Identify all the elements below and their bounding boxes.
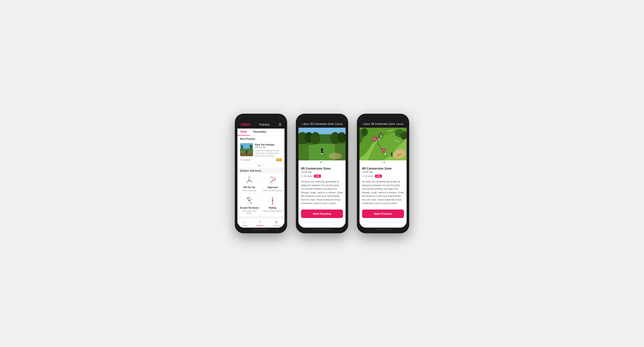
home-bar — [374, 229, 392, 230]
approach-icon — [267, 175, 278, 185]
featured-favourite-icon[interactable]: ☆ — [280, 143, 282, 146]
skill-desc-ott: Power accuracy — [242, 189, 256, 192]
drill-description: 20 shots are randomly generated at dista… — [362, 180, 404, 205]
start-practice-button[interactable]: Start Practice — [362, 209, 404, 218]
cancel-button[interactable]: Cancel — [335, 123, 342, 125]
image-carousel-dots — [360, 160, 406, 164]
drill-shots: ⏱ 20 shots — [301, 175, 312, 177]
drill-name: 6ft Conversion Zone — [362, 167, 404, 170]
favourite-star-icon[interactable]: ☆ — [340, 130, 343, 134]
phone-notch — [313, 114, 331, 118]
dot-3[interactable] — [262, 165, 264, 166]
featured-drill-info: Find The Fairway Off The Tee ☆ Create an… — [255, 143, 282, 157]
dot-2[interactable] — [323, 162, 324, 163]
featured-drill-meta: ⏱ 10 shots OTT — [240, 158, 282, 161]
back-button[interactable]: < Back — [362, 123, 370, 125]
phone-3-screen: < Back 6ft Conversion Zone Cancel — [360, 116, 406, 228]
skill-name-atg: Around The Green — [240, 207, 259, 209]
drill-shots: ⏱ 20 shots — [362, 175, 373, 177]
svg-rect-54 — [322, 153, 323, 154]
back-button[interactable]: < Back — [302, 123, 309, 125]
home-icon: ⌂ — [244, 220, 246, 224]
skill-card-approach[interactable]: Approach Dial-in to hit the green — [261, 173, 284, 193]
featured-drill-card[interactable]: Find The Fairway Off The Tee ☆ Create an… — [238, 141, 284, 163]
skill-name-approach: Approach — [268, 186, 278, 189]
start-practice-button[interactable]: Start Practice — [301, 209, 343, 218]
svg-point-37 — [272, 203, 273, 204]
home-bar — [252, 229, 270, 230]
drill-meta: ⏱ 20 shots ARG — [301, 175, 343, 178]
bottom-nav: ⌂ Home ⚐ Activities ⊕ Capture — [238, 218, 284, 228]
dot-1[interactable] — [258, 165, 260, 166]
dot-2[interactable] — [384, 162, 385, 163]
svg-point-58 — [361, 128, 368, 136]
nav-capture[interactable]: ⊕ Capture — [273, 220, 280, 227]
svg-text:Miss: Miss — [373, 138, 376, 140]
featured-drill-image — [240, 143, 253, 156]
clock-icon: ⏱ — [362, 175, 364, 177]
tab-drills[interactable]: Drills — [238, 129, 250, 136]
off-the-tee-icon — [243, 175, 255, 185]
main-content: Most Popular — [238, 136, 284, 218]
svg-point-71 — [391, 153, 393, 154]
drill-range: 10-50 yds — [362, 171, 404, 173]
phone-2-screen: < Back 6ft Conversion Zone Cancel — [298, 116, 346, 228]
dot-1[interactable] — [382, 162, 382, 163]
favourite-star-icon[interactable]: ☆ — [401, 130, 404, 134]
nav-activities[interactable]: ⚐ Activities — [256, 220, 264, 227]
phone-notch — [252, 114, 270, 118]
featured-shots-label: ⏱ 10 shots — [240, 159, 250, 161]
svg-rect-72 — [391, 154, 392, 156]
svg-point-27 — [247, 198, 248, 199]
hero-map: Miss Hit FAIRWAY ROUGH — [360, 128, 406, 160]
skill-grid: Off The Tee Power accuracy Approach — [238, 173, 284, 216]
nav-home[interactable]: ⌂ Home — [242, 220, 247, 227]
cancel-button[interactable]: Cancel — [396, 123, 404, 125]
featured-drill-description: Create an imaginary fairway using trees … — [255, 150, 282, 157]
tab-bar: Drills Favourites — [238, 129, 284, 136]
nav-home-label: Home — [242, 224, 247, 226]
drill-meta: ⏱ 20 shots ARG — [362, 175, 404, 178]
skill-card-off-the-tee[interactable]: Off The Tee Power accuracy — [238, 173, 261, 193]
menu-icon[interactable]: ☰ — [278, 123, 282, 126]
skill-name-ott: Off The Tee — [243, 186, 255, 189]
drill-badge: ARG — [375, 175, 382, 178]
activities-icon: ⚐ — [258, 220, 262, 224]
skill-card-around-green[interactable]: Around The Green Hone your short game — [238, 194, 261, 216]
svg-rect-46 — [298, 144, 309, 160]
svg-rect-4 — [241, 145, 243, 149]
most-popular-label: Most Popular — [238, 136, 284, 141]
svg-text:Hit: Hit — [382, 150, 385, 151]
tab-favourites[interactable]: Favourites — [250, 129, 270, 136]
svg-point-34 — [272, 198, 273, 199]
drill-description: 20 shots are randomly generated at dista… — [301, 180, 343, 205]
drill-range: 10-50 yds — [301, 171, 343, 173]
phone-1-screen: clippd Practice ☰ Drills Favourites Most… — [238, 116, 284, 228]
dot-1[interactable] — [320, 162, 322, 163]
featured-drill-badge: OTT — [276, 158, 282, 161]
svg-point-6 — [246, 151, 247, 152]
drill-name: 6ft Conversion Zone — [301, 167, 343, 170]
app-logo: clippd — [240, 122, 250, 126]
clock-icon: ⏱ — [240, 159, 242, 161]
svg-point-15 — [249, 180, 250, 181]
home-bar — [313, 229, 331, 230]
skill-card-putting[interactable]: Putting Make and lag practice — [261, 194, 284, 216]
svg-point-77 — [380, 136, 382, 137]
detail-content: Miss Hit FAIRWAY ROUGH — [360, 128, 406, 228]
svg-rect-8 — [246, 153, 248, 153]
phone-notch — [374, 114, 392, 118]
svg-point-49 — [321, 148, 323, 151]
header-title: Practice — [259, 123, 270, 126]
svg-point-43 — [311, 132, 320, 144]
featured-drill-subtitle: Off The Tee — [255, 146, 274, 149]
phone-2: < Back 6ft Conversion Zone Cancel — [296, 114, 348, 233]
detail-header-title: 6ft Conversion Zone — [310, 122, 334, 126]
svg-point-20 — [272, 180, 273, 181]
drill-detail-info: 6ft Conversion Zone 10-50 yds ⏱ 20 shots… — [360, 164, 406, 208]
svg-point-36 — [272, 201, 273, 202]
drill-badge: ARG — [314, 175, 321, 178]
dot-2[interactable] — [260, 165, 262, 166]
featured-drill-title: Find The Fairway — [255, 143, 274, 146]
skill-desc-atg: Hone your short game — [240, 210, 259, 214]
